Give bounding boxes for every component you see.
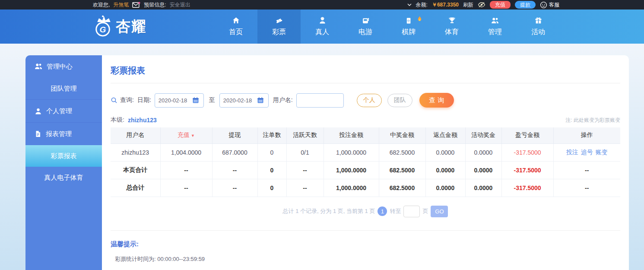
table-cell-3: 0 bbox=[257, 179, 286, 197]
sidebar-item-label: 报表管理 bbox=[46, 130, 72, 138]
table-cell-5: 1,000.0000 bbox=[324, 161, 379, 179]
gift-icon bbox=[535, 17, 542, 25]
table-row: 总合计----0--1,000.0000682.50000.00000.0000… bbox=[111, 179, 620, 197]
table-cell-5: 1,000.0000 bbox=[324, 143, 379, 161]
current-username[interactable]: 升煞笔 bbox=[113, 1, 129, 9]
column-header-2: 提现 bbox=[212, 127, 257, 143]
goto-page-input[interactable] bbox=[403, 206, 420, 217]
eye-slash-icon[interactable] bbox=[478, 2, 485, 8]
sidebar-item-report-manage[interactable]: 报表管理 bbox=[25, 123, 102, 145]
action-bet-link[interactable]: 投注 bbox=[566, 149, 578, 156]
nav-item-label: 体育 bbox=[445, 28, 459, 37]
table-cell-1: -- bbox=[160, 179, 212, 197]
column-header-1[interactable]: 充值▼ bbox=[160, 127, 212, 143]
table-cell-4: 0/1 bbox=[286, 143, 324, 161]
table-cell-6: 682.5000 bbox=[379, 161, 425, 179]
search-icon bbox=[111, 97, 117, 104]
table-cell-1: -- bbox=[160, 161, 212, 179]
action-change-link[interactable]: 账变 bbox=[596, 149, 608, 156]
nav-item-live[interactable]: 真人 bbox=[301, 10, 344, 44]
sidebar: 管理中心团队管理个人管理报表管理彩票报表真人电子体育 bbox=[25, 55, 102, 270]
page-title: 彩票报表 bbox=[111, 65, 620, 76]
team-filter-button[interactable]: 团队 bbox=[387, 94, 412, 107]
chevron-down-icon[interactable] bbox=[407, 3, 412, 6]
flame-icon bbox=[416, 15, 423, 22]
sidebar-item-personal[interactable]: 个人管理 bbox=[25, 100, 102, 122]
sidebar-item-team-manage[interactable]: 团队管理 bbox=[25, 78, 102, 99]
calendar-icon[interactable] bbox=[192, 97, 199, 104]
nav-item-manage[interactable]: 管理 bbox=[473, 10, 517, 44]
table-cell-8: 0.0000 bbox=[465, 179, 501, 197]
brand-logo[interactable]: G 杏耀 bbox=[92, 10, 165, 44]
recharge-button[interactable]: 充值 bbox=[490, 1, 511, 9]
table-cell-0: zhizhu123 bbox=[111, 143, 160, 161]
welcome-text: 欢迎您, bbox=[93, 1, 110, 9]
envelope-icon[interactable] bbox=[132, 2, 140, 8]
column-header-8: 活动奖金 bbox=[465, 127, 501, 143]
level-user-link[interactable]: zhizhu123 bbox=[128, 117, 157, 124]
sidebar-item-label: 团队管理 bbox=[51, 85, 77, 93]
calendar-icon[interactable] bbox=[257, 97, 264, 104]
column-header-10: 操作 bbox=[553, 127, 620, 143]
action-chase-link[interactable]: 追号 bbox=[581, 149, 593, 156]
username-label: 用户名: bbox=[273, 96, 293, 104]
date-from-input[interactable] bbox=[159, 97, 192, 104]
go-button[interactable]: GO bbox=[431, 206, 448, 217]
customer-service-button[interactable]: 客服 bbox=[540, 1, 559, 9]
table-cell-6: 682.5000 bbox=[379, 179, 425, 197]
nav-menu: 首页彩票真人电游中棋牌体育管理活动 bbox=[214, 10, 560, 44]
page-background: 管理中心团队管理个人管理报表管理彩票报表真人电子体育 彩票报表 查询: 日期: … bbox=[0, 44, 644, 270]
main-content: 彩票报表 查询: 日期: 至 用户名: 个人 bbox=[102, 55, 629, 270]
nav-item-label: 彩票 bbox=[272, 28, 286, 37]
sidebar-item-label: 管理中心 bbox=[47, 63, 73, 71]
customer-service-label: 客服 bbox=[549, 1, 559, 9]
table-cell-actions: -- bbox=[553, 179, 620, 197]
person-icon bbox=[319, 17, 326, 25]
withdraw-button[interactable]: 提款 bbox=[515, 1, 536, 9]
column-header-3: 注单数 bbox=[257, 127, 286, 143]
table-cell-7: 0.0000 bbox=[425, 161, 465, 179]
nav-item-home[interactable]: 首页 bbox=[214, 10, 257, 44]
nav-item-sports[interactable]: 体育 bbox=[430, 10, 473, 44]
nav-item-lottery[interactable]: 彩票 bbox=[257, 10, 301, 44]
table-cell-3: 0 bbox=[257, 161, 286, 179]
report-table: 用户名充值▼提现注单数活跃天数投注金额中奖金额返点金额活动奖金盈亏金额操作 zh… bbox=[111, 127, 620, 197]
table-cell-3: 0 bbox=[257, 143, 286, 161]
nav-item-egame[interactable]: 电游 bbox=[344, 10, 387, 44]
personal-filter-button[interactable]: 个人 bbox=[357, 94, 382, 107]
sidebar-item-lottery-report[interactable]: 彩票报表 bbox=[25, 145, 102, 167]
sidebar-item-manage-center[interactable]: 管理中心 bbox=[25, 55, 102, 78]
username-input[interactable] bbox=[296, 93, 344, 108]
date-label: 日期: bbox=[137, 96, 151, 104]
level-label: 本级: bbox=[111, 116, 124, 124]
nav-item-label: 首页 bbox=[229, 28, 243, 37]
doc-icon bbox=[35, 130, 41, 137]
table-cell-7: 0.0000 bbox=[425, 179, 465, 197]
home-icon bbox=[232, 17, 240, 25]
sidebar-item-live-esports[interactable]: 真人电子体育 bbox=[25, 167, 102, 188]
nav-item-label: 活动 bbox=[531, 28, 545, 37]
title-divider bbox=[111, 83, 620, 83]
nav-item-activity[interactable]: 活动 bbox=[517, 10, 560, 44]
table-cell-4: -- bbox=[286, 161, 324, 179]
date-to-box bbox=[219, 93, 269, 108]
table-cell-2: -- bbox=[212, 179, 257, 197]
tips-divider bbox=[111, 230, 620, 231]
query-label: 查询: bbox=[120, 96, 134, 104]
search-button[interactable]: 查询 bbox=[419, 93, 454, 108]
table-cell-0: 本页合计 bbox=[111, 161, 160, 179]
page-1-button[interactable]: 1 bbox=[378, 206, 387, 216]
nav-item-board[interactable]: 中棋牌 bbox=[387, 10, 430, 44]
ticket-icon bbox=[275, 17, 283, 25]
table-cell-5: 1,000.0000 bbox=[324, 179, 379, 197]
account-change-note: 注: 此处账变为彩票账变 bbox=[565, 117, 620, 124]
nav-item-label: 真人 bbox=[315, 28, 329, 37]
date-to-input[interactable] bbox=[223, 97, 257, 104]
logout-link[interactable]: 安全退出 bbox=[170, 1, 190, 9]
column-header-7: 返点金额 bbox=[425, 127, 465, 143]
table-row: zhizhu1231,004.0000687.000000/11,000.000… bbox=[111, 143, 620, 161]
pagination: 总计 1 个记录, 分为 1 页, 当前第 1 页 1 转至 页 GO bbox=[111, 206, 620, 217]
main-navbar: G 杏耀 首页彩票真人电游中棋牌体育管理活动 bbox=[0, 10, 644, 44]
refresh-button[interactable]: 刷新 bbox=[463, 1, 473, 9]
sidebar-item-label: 彩票报表 bbox=[51, 152, 77, 160]
